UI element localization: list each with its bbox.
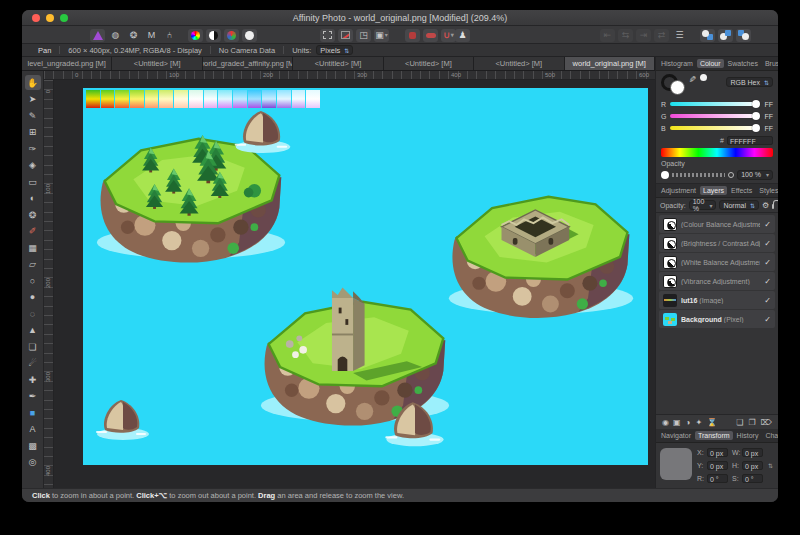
tab-swatches[interactable]: Swatches xyxy=(725,59,761,68)
layers-opacity-select[interactable]: 100 % ▾ xyxy=(689,200,717,210)
transform-field-w[interactable]: W: 0 px xyxy=(732,448,763,457)
zoom-window-button[interactable] xyxy=(60,14,68,22)
transform-field-r[interactable]: R: 0 ° xyxy=(697,474,728,483)
tab-layers[interactable]: Layers xyxy=(700,186,727,195)
auto-contrast-button[interactable] xyxy=(206,29,221,42)
move-forward-button[interactable] xyxy=(718,29,733,42)
move-tool[interactable]: ➤ xyxy=(25,92,41,107)
lock-icon[interactable] xyxy=(772,204,774,209)
colour-picker-tool[interactable]: ✎ xyxy=(25,108,41,123)
invert-selection-button[interactable]: ◳ xyxy=(356,29,371,42)
adjustment-layer-icon[interactable]: ◑ xyxy=(686,418,691,427)
persona-export-icon[interactable]: ⑃ xyxy=(162,29,177,42)
edit-all-layers-icon[interactable]: ◉ xyxy=(662,418,669,427)
colour-sample-dot[interactable] xyxy=(700,74,707,81)
auto-colour-button[interactable] xyxy=(224,29,239,42)
pasteboard[interactable] xyxy=(54,80,655,488)
transform-field-h[interactable]: H: 0 px xyxy=(732,461,763,470)
blue-slider[interactable]: B FF xyxy=(661,122,773,134)
persona-develop-icon[interactable]: M xyxy=(144,29,159,42)
persona-photo-icon[interactable]: ◍ xyxy=(108,29,123,42)
add-layer-icon[interactable]: ❐ xyxy=(749,418,756,427)
crop-tool[interactable]: ⊞ xyxy=(25,125,41,140)
rotation-lock-button[interactable] xyxy=(405,29,420,42)
tab-world-graded-affinity[interactable]: world_graded_affinity.png [M] xyxy=(203,57,293,70)
healing-brush-tool[interactable]: ✚ xyxy=(25,372,41,387)
mask-layer-icon[interactable]: ▣ xyxy=(673,418,681,427)
green-slider[interactable]: G FF xyxy=(661,110,773,122)
mesh-warp-tool[interactable]: ▩ xyxy=(25,438,41,453)
pen-tool[interactable]: ✒ xyxy=(25,389,41,404)
primary-colour-well[interactable] xyxy=(670,80,685,95)
live-filter-icon[interactable]: ✦ xyxy=(695,418,702,427)
tab-history[interactable]: History xyxy=(734,431,762,440)
quick-mask-button[interactable]: ▣▾ xyxy=(374,29,389,42)
zoom-tool[interactable]: ◎ xyxy=(25,455,41,470)
arrange-menu-icon[interactable]: ☰ xyxy=(672,29,687,42)
blur-tool[interactable]: ◌ xyxy=(25,306,41,321)
layer-row-white-balance[interactable]: (White Balance Adjustment) ✓ xyxy=(659,253,775,271)
eraser-tool[interactable]: ▱ xyxy=(25,257,41,272)
tab-untitled-2[interactable]: <Untitled> [M] xyxy=(293,57,383,70)
slider-knob[interactable] xyxy=(752,100,760,108)
opacity-slider[interactable]: 100 % ▾ xyxy=(661,168,773,181)
tab-world-original[interactable]: world_original.png [M] xyxy=(565,57,655,70)
persona-liquify-icon[interactable]: ❂ xyxy=(126,29,141,42)
red-slider[interactable]: R FF xyxy=(661,98,773,110)
paint-brush-tool[interactable]: ✐ xyxy=(25,224,41,239)
colour-wheel-tool[interactable]: ❂ xyxy=(25,207,41,222)
shape-tool[interactable]: ■ xyxy=(25,405,41,420)
tab-brushes[interactable]: Brushes xyxy=(762,59,778,68)
align-right-button[interactable]: ⇥ xyxy=(636,29,651,42)
updown-arrows-icon[interactable]: ⇅ xyxy=(768,462,774,469)
visibility-check-icon[interactable]: ✓ xyxy=(764,296,771,305)
canvas-image[interactable] xyxy=(83,88,648,465)
view-tool[interactable]: ✋ xyxy=(25,75,41,90)
gradient-tool[interactable]: ◐ xyxy=(25,191,41,206)
dodge-tool[interactable]: ○ xyxy=(25,273,41,288)
visibility-check-icon[interactable]: ✓ xyxy=(764,239,771,248)
tab-navigator[interactable]: Navigator xyxy=(658,431,694,440)
move-to-front-button[interactable] xyxy=(700,29,715,42)
visibility-check-icon[interactable]: ✓ xyxy=(764,220,771,229)
tab-styles[interactable]: Styles xyxy=(756,186,778,195)
text-tool[interactable]: A xyxy=(25,422,41,437)
transform-field-s[interactable]: S: 0 ° xyxy=(732,474,763,483)
layer-row-brightness-contrast[interactable]: (Brightness / Contrast Adjustment) ✓ xyxy=(659,234,775,252)
opacity-value-select[interactable]: 100 % ▾ xyxy=(737,170,773,180)
visibility-check-icon[interactable]: ✓ xyxy=(764,315,771,324)
tab-transform[interactable]: Transform xyxy=(695,431,733,440)
tab-channels[interactable]: Channels xyxy=(762,431,778,440)
assistant-button[interactable]: ♟ xyxy=(455,29,470,42)
close-window-button[interactable] xyxy=(32,14,40,22)
auto-levels-button[interactable] xyxy=(188,29,203,42)
align-center-button[interactable]: ⇆ xyxy=(618,29,633,42)
affinity-logo-icon[interactable] xyxy=(90,29,105,42)
hue-bar[interactable] xyxy=(661,148,773,157)
burn-tool[interactable]: ● xyxy=(25,290,41,305)
slider-knob[interactable] xyxy=(752,124,760,132)
eyedropper-icon[interactable]: ✎ xyxy=(687,75,697,83)
clone-stamp-tool[interactable]: ❏ xyxy=(25,339,41,354)
tab-untitled-4[interactable]: <Untitled> [M] xyxy=(474,57,564,70)
tab-colour[interactable]: Colour xyxy=(697,59,724,68)
sharpen-tool[interactable]: ▲ xyxy=(25,323,41,338)
visibility-check-icon[interactable]: ✓ xyxy=(764,277,771,286)
slider-knob[interactable] xyxy=(752,112,760,120)
gear-icon[interactable]: ⚙ xyxy=(762,201,769,210)
selection-marquee-button[interactable] xyxy=(320,29,335,42)
hex-value-field[interactable]: FFFFFF xyxy=(727,136,773,145)
blend-mode-select[interactable]: Normal ⇅ xyxy=(719,200,759,210)
layer-row-colour-balance[interactable]: (Colour Balance Adjustment) ✓ xyxy=(659,215,775,233)
deselect-button[interactable] xyxy=(338,29,353,42)
move-back-button[interactable] xyxy=(736,29,751,42)
layer-row-vibrance[interactable]: (Vibrance Adjustment) ✓ xyxy=(659,272,775,290)
flood-select-tool[interactable]: ◈ xyxy=(25,158,41,173)
delete-layer-icon[interactable]: ⌦ xyxy=(761,418,772,427)
tab-histogram[interactable]: Histogram xyxy=(658,59,696,68)
auto-white-balance-button[interactable] xyxy=(242,29,257,42)
tab-untitled-3[interactable]: <Untitled> [M] xyxy=(384,57,474,70)
layer-row-background[interactable]: Background (Pixel) ✓ xyxy=(659,310,775,328)
visibility-check-icon[interactable]: ✓ xyxy=(764,258,771,267)
tab-adjustment[interactable]: Adjustment xyxy=(658,186,699,195)
